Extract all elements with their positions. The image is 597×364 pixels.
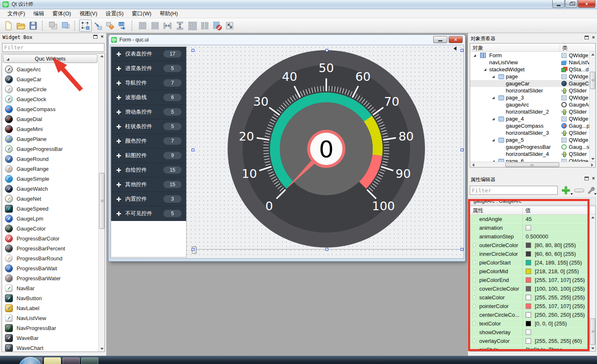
property-row-innerCircleColor[interactable]: innerCircleColor[60, 60, 60] (255) xyxy=(470,250,589,258)
layout-form-button[interactable] xyxy=(199,19,211,32)
nav-item-8[interactable]: 自绘控件15 xyxy=(111,163,186,177)
menu-item-3[interactable]: 视图(V) xyxy=(75,9,101,18)
menu-item-1[interactable]: 编辑 xyxy=(29,9,49,18)
save-form-button[interactable] xyxy=(27,19,39,32)
taskbar-app-button[interactable] xyxy=(44,357,61,364)
property-expander-icon[interactable] xyxy=(473,296,476,299)
property-value[interactable]: [218, 218, 0] (255) xyxy=(535,268,579,274)
widget-list-scrollbar[interactable] xyxy=(98,53,104,352)
column-property[interactable]: 属性 xyxy=(473,207,483,214)
restore-button[interactable] xyxy=(565,0,578,8)
object-inspector-hscrollbar[interactable] xyxy=(470,162,595,167)
edit-signals-slots-button[interactable] xyxy=(92,19,104,32)
tree-expander-icon[interactable] xyxy=(492,73,495,80)
float-panel-icon[interactable] xyxy=(585,36,589,39)
property-checkbox[interactable] xyxy=(526,330,531,335)
menu-item-4[interactable]: 设置(S) xyxy=(102,9,128,18)
scroll-up-icon[interactable] xyxy=(590,215,596,220)
layout-horizontal-splitter-button[interactable] xyxy=(161,19,174,32)
widget-group-header[interactable]: Quc Widgets xyxy=(3,54,97,63)
widget-item-GaugeWatch[interactable]: GaugeWatch xyxy=(2,184,98,194)
property-row-overlayColor[interactable]: overlayColor[255, 255, 255] (60) xyxy=(470,337,589,345)
layout-vertical-splitter-button[interactable] xyxy=(174,19,186,32)
widget-item-GaugeCircle[interactable]: GaugeCircle xyxy=(2,84,98,94)
selection-handle[interactable] xyxy=(192,148,194,151)
widget-item-WaveBar[interactable]: WaveBar xyxy=(2,333,98,343)
taskbar-app-button[interactable] xyxy=(81,357,98,364)
widget-item-NavLabel[interactable]: NavLabel xyxy=(2,303,98,313)
property-vscrollbar[interactable] xyxy=(589,215,595,351)
break-layout-button[interactable] xyxy=(211,19,223,32)
property-expander-icon[interactable] xyxy=(473,278,476,281)
raise-widget-button[interactable] xyxy=(59,19,72,32)
tree-expander-icon[interactable] xyxy=(484,66,486,73)
selection-handle[interactable] xyxy=(325,49,328,52)
property-value[interactable]: [255, 255, 255] (255) xyxy=(535,294,585,301)
property-value[interactable]: 0.500000 xyxy=(526,233,548,240)
widget-item-WaveChart[interactable]: WaveChart xyxy=(2,343,98,352)
nav-item-2[interactable]: 导航控件7 xyxy=(111,76,186,90)
property-checkbox[interactable] xyxy=(526,225,531,231)
minimize-button[interactable] xyxy=(552,0,565,8)
object-row-horizontalSlider_3[interactable]: horizontalSlider_3QSlider xyxy=(470,129,589,136)
nav-item-10[interactable]: 内置控件3 xyxy=(111,192,186,206)
widget-item-NavBar[interactable]: NavBar xyxy=(2,283,98,293)
nav-item-0[interactable]: 仪表盘控件17 xyxy=(111,47,186,61)
widget-item-ProgressBarRound[interactable]: ProgressBarRound xyxy=(2,253,98,263)
scroll-down-icon[interactable] xyxy=(99,346,105,352)
property-value[interactable]: [250, 250, 250] (255) xyxy=(535,312,585,318)
scroll-down-icon[interactable] xyxy=(590,346,596,351)
open-form-button[interactable] xyxy=(15,19,27,32)
remove-dynamic-property-button[interactable] xyxy=(574,189,584,192)
form-close-button[interactable]: × xyxy=(449,36,463,43)
column-value[interactable]: 值 xyxy=(525,207,531,214)
scrollbar-thumb[interactable] xyxy=(505,163,559,167)
widget-item-GaugeRound[interactable]: GaugeRound xyxy=(2,154,98,164)
new-form-button[interactable] xyxy=(2,19,15,32)
property-value[interactable]: [100, 100, 100] (255) xyxy=(535,286,585,292)
taskbar-app-button[interactable] xyxy=(63,357,80,364)
close-button[interactable]: × xyxy=(578,0,595,8)
nav-listview-widget[interactable]: 仪表盘控件17进度条控件5导航控件7波形曲线6滑动条控件5柱状条控件5颜色控件7… xyxy=(111,46,187,257)
property-row-pointerColor[interactable]: pointerColor[255, 107, 107] (255) xyxy=(470,302,589,311)
layout-horizontally-button[interactable] xyxy=(149,19,161,32)
scrollbar-thumb[interactable] xyxy=(590,318,595,345)
close-panel-icon[interactable]: × xyxy=(592,176,595,180)
nav-item-1[interactable]: 进度条控件5 xyxy=(111,61,186,76)
widget-item-GaugeSimple[interactable]: GaugeSimple xyxy=(2,174,98,184)
lower-widget-button[interactable] xyxy=(47,19,59,32)
edit-widgets-button[interactable] xyxy=(79,19,92,32)
object-row-gaugeCar[interactable]: gaugeCarGaugeCa xyxy=(470,80,589,87)
widget-item-ProgressBarPercent[interactable]: ProgressBarPercent xyxy=(2,243,98,253)
selection-handle[interactable] xyxy=(325,248,328,251)
object-row-page_4[interactable]: page_4QWidge xyxy=(470,115,589,122)
object-row-page_6[interactable]: page_6QWidge xyxy=(470,158,589,162)
tree-expander-icon[interactable] xyxy=(473,52,476,59)
widget-item-GaugeProgressBar[interactable]: GaugeProgressBar xyxy=(2,144,98,154)
menu-item-5[interactable]: 窗口(W) xyxy=(128,9,155,18)
object-row-Form[interactable]: FormQWidge xyxy=(470,52,589,59)
add-dynamic-property-button[interactable] xyxy=(561,186,570,195)
property-expander-icon[interactable] xyxy=(473,269,476,273)
object-row-horizontalSlider_2[interactable]: horizontalSlider_2QSlider xyxy=(470,108,589,115)
object-row-horizontalSlider[interactable]: horizontalSliderQSlider xyxy=(470,87,589,94)
menu-item-2[interactable]: 窗体(O) xyxy=(49,9,75,18)
widget-item-GaugeArc[interactable]: GaugeArc xyxy=(2,64,98,74)
object-row-stackedWidget[interactable]: stackedWidgetQSta...d xyxy=(470,66,589,73)
object-row-horizontalSlider_4[interactable]: horizontalSlider_4QSlider xyxy=(470,150,589,158)
widget-item-GaugeRange[interactable]: GaugeRange xyxy=(2,164,98,174)
scrollbar-thumb[interactable] xyxy=(590,72,595,89)
object-inspector-header[interactable]: 对象 类 xyxy=(470,44,595,52)
widget-item-NavProgressBar[interactable]: NavProgressBar xyxy=(2,323,98,333)
object-row-gaugeProgressBar[interactable]: gaugeProgressBarGaug...s xyxy=(470,143,589,150)
object-row-page_5[interactable]: page_5QWidge xyxy=(470,136,589,143)
widget-item-GaugeCompass[interactable]: GaugeCompass xyxy=(2,104,98,114)
property-value[interactable]: [255, 255, 255] (60) xyxy=(535,338,582,344)
tree-expander-icon[interactable] xyxy=(492,94,495,101)
slider-groove[interactable] xyxy=(197,249,463,250)
property-filter-input[interactable] xyxy=(470,186,558,195)
property-value[interactable]: [24, 189, 155] (255) xyxy=(535,260,582,266)
property-value[interactable]: [255, 107, 107] (255) xyxy=(535,277,585,283)
object-inspector-vscrollbar[interactable] xyxy=(589,52,595,162)
close-panel-icon[interactable]: × xyxy=(592,35,595,39)
